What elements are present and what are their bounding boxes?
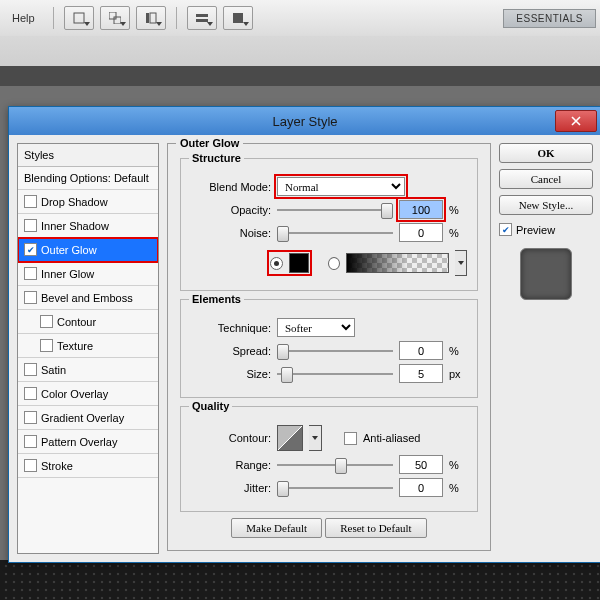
range-slider[interactable] [277, 457, 393, 473]
style-item-inner-glow[interactable]: Inner Glow [18, 262, 158, 286]
style-checkbox[interactable] [24, 267, 37, 280]
style-item-drop-shadow[interactable]: Drop Shadow [18, 190, 158, 214]
workspace-essentials[interactable]: ESSENTIALS [503, 9, 596, 28]
blend-mode-label: Blend Mode: [191, 181, 271, 193]
style-checkbox[interactable] [24, 387, 37, 400]
style-label: Stroke [41, 460, 73, 472]
style-checkbox[interactable] [24, 435, 37, 448]
preview-checkbox[interactable]: ✔ [499, 223, 512, 236]
group-legend: Outer Glow [176, 137, 243, 149]
jitter-slider[interactable] [277, 480, 393, 496]
range-label: Range: [191, 459, 271, 471]
style-checkbox[interactable]: ✔ [24, 243, 37, 256]
new-style-button[interactable]: New Style... [499, 195, 593, 215]
size-slider[interactable] [277, 366, 393, 382]
style-item-texture[interactable]: Texture [18, 334, 158, 358]
style-item-color-overlay[interactable]: Color Overlay [18, 382, 158, 406]
jitter-field[interactable]: 0 [399, 478, 443, 497]
style-item-contour[interactable]: Contour [18, 310, 158, 334]
glow-gradient-radio[interactable] [328, 257, 340, 270]
technique-label: Technique: [191, 322, 271, 334]
style-item-bevel-and-emboss[interactable]: Bevel and Emboss [18, 286, 158, 310]
style-checkbox[interactable] [24, 195, 37, 208]
preview-label: Preview [516, 224, 555, 236]
svg-rect-3 [146, 13, 149, 23]
style-label: Gradient Overlay [41, 412, 124, 424]
elements-legend: Elements [189, 293, 244, 305]
dialog-titlebar[interactable]: Layer Style [9, 107, 600, 135]
px-unit: px [449, 368, 467, 380]
blending-options-row[interactable]: Blending Options: Default [18, 167, 158, 190]
svg-rect-2 [114, 17, 121, 24]
technique-select[interactable]: Softer [277, 318, 355, 337]
style-label: Inner Glow [41, 268, 94, 280]
style-label: Drop Shadow [41, 196, 108, 208]
jitter-label: Jitter: [191, 482, 271, 494]
blend-mode-select[interactable]: Normal [277, 177, 405, 196]
spread-slider[interactable] [277, 343, 393, 359]
pct-unit: % [449, 482, 467, 494]
style-checkbox[interactable] [40, 315, 53, 328]
pct-unit: % [449, 204, 467, 216]
glow-gradient-swatch[interactable] [346, 253, 449, 273]
style-label: Inner Shadow [41, 220, 109, 232]
size-label: Size: [191, 368, 271, 380]
range-field[interactable]: 50 [399, 455, 443, 474]
style-checkbox[interactable] [24, 411, 37, 424]
anti-aliased-checkbox[interactable] [344, 432, 357, 445]
svg-rect-1 [109, 12, 116, 19]
pct-unit: % [449, 227, 467, 239]
svg-rect-4 [150, 13, 156, 23]
toolbar-btn-3[interactable] [136, 6, 166, 30]
structure-legend: Structure [189, 152, 244, 164]
outer-glow-group: Outer Glow Structure Blend Mode: Normal … [167, 143, 491, 551]
close-button[interactable] [555, 110, 597, 132]
style-item-stroke[interactable]: Stroke [18, 454, 158, 478]
toolbar-btn-5[interactable] [223, 6, 253, 30]
opacity-field[interactable]: 100 [399, 200, 443, 219]
make-default-button[interactable]: Make Default [231, 518, 322, 538]
size-field[interactable]: 5 [399, 364, 443, 383]
noise-label: Noise: [191, 227, 271, 239]
ok-button[interactable]: OK [499, 143, 593, 163]
style-checkbox[interactable] [24, 459, 37, 472]
opacity-label: Opacity: [191, 204, 271, 216]
style-label: Pattern Overlay [41, 436, 117, 448]
toolbar-btn-1[interactable] [64, 6, 94, 30]
menu-help[interactable]: Help [4, 8, 43, 28]
opacity-slider[interactable] [277, 202, 393, 218]
anti-aliased-label: Anti-aliased [363, 432, 420, 444]
styles-header[interactable]: Styles [18, 144, 158, 167]
pct-unit: % [449, 459, 467, 471]
pct-unit: % [449, 345, 467, 357]
style-item-gradient-overlay[interactable]: Gradient Overlay [18, 406, 158, 430]
gradient-dropdown-icon[interactable] [455, 250, 467, 276]
svg-rect-0 [74, 13, 84, 23]
style-checkbox[interactable] [24, 363, 37, 376]
spread-field[interactable]: 0 [399, 341, 443, 360]
contour-swatch[interactable] [277, 425, 303, 451]
style-label: Color Overlay [41, 388, 108, 400]
style-item-inner-shadow[interactable]: Inner Shadow [18, 214, 158, 238]
toolbar-btn-4[interactable] [187, 6, 217, 30]
style-label: Bevel and Emboss [41, 292, 133, 304]
reset-default-button[interactable]: Reset to Default [325, 518, 426, 538]
cancel-button[interactable]: Cancel [499, 169, 593, 189]
style-item-satin[interactable]: Satin [18, 358, 158, 382]
noise-slider[interactable] [277, 225, 393, 241]
elements-group: Elements Technique: Softer Spread: 0 % S… [180, 299, 478, 398]
svg-rect-6 [196, 19, 208, 22]
toolbar-btn-2[interactable] [100, 6, 130, 30]
contour-dropdown-icon[interactable] [309, 425, 322, 451]
canvas-pattern [0, 560, 600, 600]
app-toolbar: Help ESSENTIALS [0, 0, 600, 37]
style-checkbox[interactable] [24, 291, 37, 304]
style-checkbox[interactable] [40, 339, 53, 352]
glow-color-swatch[interactable] [289, 253, 309, 273]
style-checkbox[interactable] [24, 219, 37, 232]
noise-field[interactable]: 0 [399, 223, 443, 242]
glow-color-radio[interactable] [270, 257, 283, 270]
style-item-outer-glow[interactable]: ✔Outer Glow [18, 238, 158, 262]
style-item-pattern-overlay[interactable]: Pattern Overlay [18, 430, 158, 454]
style-label: Texture [57, 340, 93, 352]
